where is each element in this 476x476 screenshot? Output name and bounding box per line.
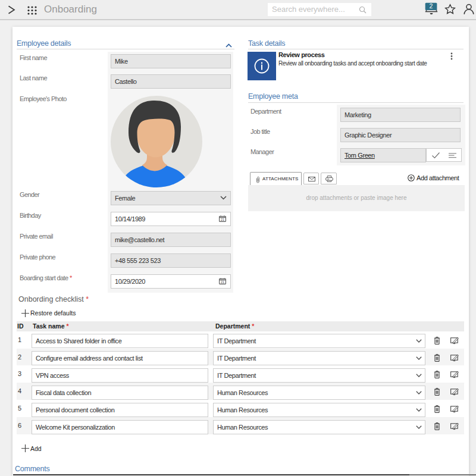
- svg-text:21: 21: [221, 280, 224, 283]
- svg-text:21: 21: [221, 218, 224, 221]
- svg-text:2: 2: [430, 2, 433, 10]
